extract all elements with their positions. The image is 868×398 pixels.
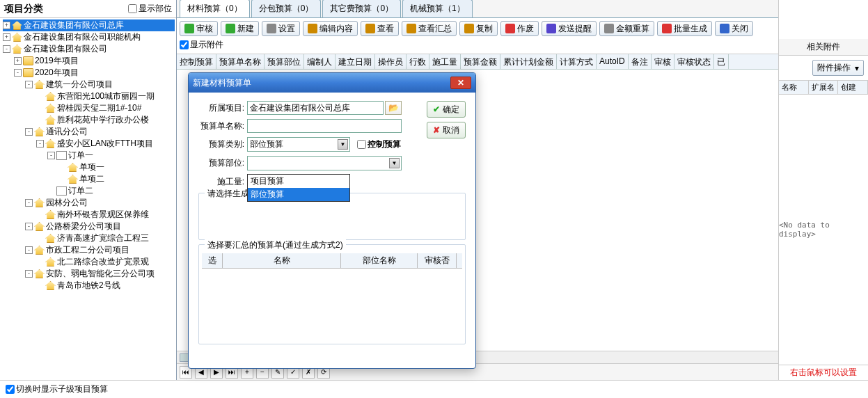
tab[interactable]: 材料预算（0） <box>180 0 250 17</box>
grid-col[interactable]: 审核状态 <box>674 54 714 69</box>
tree-toggle[interactable]: - <box>3 45 10 53</box>
grid-col[interactable]: 行数 <box>407 54 429 69</box>
grid-col[interactable]: 审核 <box>652 54 674 69</box>
control-budget-checkbox[interactable]: 控制预算 <box>357 138 403 150</box>
budget-type-select[interactable]: 部位预算▼ <box>247 137 350 152</box>
tree-node[interactable]: 单项二 <box>3 173 175 185</box>
tree-toggle[interactable]: - <box>25 128 33 136</box>
grid-col[interactable]: 预算部位 <box>265 54 304 69</box>
budget-type-dropdown[interactable]: 项目预算 部位预算 <box>247 174 350 202</box>
tree-toggle[interactable] <box>58 164 66 171</box>
tree-toggle[interactable]: - <box>36 140 44 148</box>
grid-col[interactable]: 预算金额 <box>461 54 500 69</box>
tab-bar: 材料预算（0）分包预算（0）其它费预算（0）机械预算（1） <box>177 0 778 18</box>
tree-toggle[interactable]: - <box>47 152 55 159</box>
grid-col[interactable]: 计算方式 <box>557 54 597 69</box>
tree-node[interactable]: -通讯分公司 <box>3 126 175 138</box>
tree-node[interactable]: 东营阳光100城市丽园一期 <box>3 90 175 102</box>
project-picker-button[interactable]: 📂 <box>385 101 402 115</box>
tree-toggle[interactable] <box>47 187 55 195</box>
tree-toggle[interactable]: - <box>25 270 33 278</box>
tree-toggle[interactable] <box>36 234 44 242</box>
tree-node[interactable]: +金石建设集团有限公司职能机构 <box>3 31 175 43</box>
tree-toggle[interactable] <box>36 116 44 124</box>
grid-col[interactable]: 预算单名称 <box>216 54 265 69</box>
tree-node[interactable]: -订单一 <box>3 150 175 161</box>
toolbar-编辑内容[interactable]: 编辑内容 <box>303 21 358 36</box>
tree-toggle[interactable] <box>36 93 44 100</box>
show-parts-checkbox[interactable]: 显示部位 <box>128 3 172 15</box>
grid-col[interactable]: 备注 <box>629 54 652 69</box>
tree-node[interactable]: -2020年项目 <box>3 67 175 79</box>
tree-toggle[interactable] <box>36 258 44 266</box>
tree-node[interactable]: -盛安小区LAN改FTTH项目 <box>3 138 175 150</box>
dialog-titlebar[interactable]: 新建材料预算单 ✕ <box>189 73 475 93</box>
tree-node[interactable]: 碧桂园天玺二期1#-10# <box>3 102 175 114</box>
tree-node[interactable]: 济青高速扩宽综合工程三 <box>3 232 175 244</box>
tree-node[interactable]: -金石建设集团有限公司 <box>3 43 175 55</box>
toolbar-关闭[interactable]: 关闭 <box>715 21 753 36</box>
tree-node[interactable]: -安防、弱电智能化三分公司项 <box>3 268 175 280</box>
tree-label: 园林分公司 <box>46 197 88 209</box>
tree-toggle[interactable]: - <box>25 223 33 230</box>
tree-toggle[interactable]: - <box>25 246 33 254</box>
tree-node[interactable]: +2019年项目 <box>3 55 175 67</box>
type-option-part[interactable]: 部位预算 <box>248 188 349 201</box>
toolbar-复制[interactable]: 复制 <box>459 21 498 36</box>
type-option-project[interactable]: 项目预算 <box>248 175 349 188</box>
tree-toggle[interactable]: - <box>14 69 22 77</box>
tree-label: 建筑一分公司项目 <box>46 79 113 90</box>
budget-part-select[interactable]: ▼ <box>247 156 402 170</box>
show-attachments-checkbox[interactable]: 显示附件 <box>180 39 223 51</box>
toolbar-查看[interactable]: 查看 <box>361 21 399 36</box>
grid-col[interactable]: 施工量 <box>429 54 461 69</box>
tab[interactable]: 分包预算（0） <box>251 0 322 17</box>
tree-node[interactable]: 单项一 <box>3 161 175 173</box>
tree-toggle[interactable] <box>36 282 44 289</box>
tab[interactable]: 其它费预算（0） <box>322 0 401 17</box>
toolbar-设置[interactable]: 设置 <box>262 21 300 36</box>
tree-toggle[interactable]: + <box>3 33 10 41</box>
tree-node[interactable]: 胜利花苑中学行政办公楼 <box>3 114 175 126</box>
tree-node[interactable]: -公路桥梁分公司项目 <box>3 221 175 232</box>
tree-node[interactable]: -市政工程二分公司项目 <box>3 244 175 256</box>
grid-col[interactable]: 编制人 <box>304 54 336 69</box>
tab[interactable]: 机械预算（1） <box>402 0 473 17</box>
toolbar-作废[interactable]: 作废 <box>500 21 539 36</box>
tree-node[interactable]: -园林分公司 <box>3 197 175 209</box>
tree-node[interactable]: -建筑一分公司项目 <box>3 79 175 90</box>
tree-toggle[interactable]: - <box>25 81 33 88</box>
tree-toggle[interactable] <box>36 104 44 112</box>
tree-toggle[interactable]: - <box>25 199 33 207</box>
show-child-budget-checkbox[interactable]: 切换时显示子级项目预算 <box>6 383 108 395</box>
grid-col[interactable]: 累计计划金额 <box>500 54 557 69</box>
tree-toggle[interactable] <box>58 175 66 183</box>
dialog-close-button[interactable]: ✕ <box>450 77 471 89</box>
tree-node[interactable]: 北二路综合改造扩宽景观 <box>3 256 175 268</box>
toolbar-查看汇总[interactable]: 查看汇总 <box>402 21 457 36</box>
toolbar-新建[interactable]: 新建 <box>221 21 259 36</box>
tree-label: 济青高速扩宽综合工程三 <box>57 232 149 244</box>
toolbar-审核[interactable]: 审核 <box>180 21 218 36</box>
grid-col[interactable]: 已 <box>714 54 729 69</box>
tree-toggle[interactable]: + <box>14 57 22 65</box>
cancel-button[interactable]: ✘取消 <box>427 122 466 138</box>
ok-button[interactable]: ✔确定 <box>427 101 466 118</box>
tree-toggle[interactable]: + <box>3 22 10 29</box>
budget-name-input[interactable] <box>247 119 402 133</box>
toolbar-金额重算[interactable]: 金额重算 <box>599 21 654 36</box>
tree-toggle[interactable] <box>36 211 44 218</box>
attachment-ops-button[interactable]: 附件操作▾ <box>812 60 864 76</box>
project-input[interactable] <box>247 101 384 115</box>
grid-col[interactable]: 控制预算 <box>177 54 216 69</box>
toolbar-批量生成[interactable]: 批量生成 <box>657 21 712 36</box>
toolbar-发送提醒[interactable]: 发送提醒 <box>542 21 597 36</box>
tree-node[interactable]: +金石建设集团有限公司总库 <box>3 19 175 31</box>
tree-node[interactable]: 南外环银杏景观区保养维 <box>3 209 175 221</box>
tree-node[interactable]: 订单二 <box>3 185 175 197</box>
grid-col[interactable]: 建立日期 <box>336 54 375 69</box>
grid-col[interactable]: 操作员 <box>375 54 407 69</box>
tree-node[interactable]: 青岛市地铁2号线 <box>3 280 175 292</box>
grid-col[interactable]: AutoID <box>597 54 629 69</box>
project-tree[interactable]: +金石建设集团有限公司总库+金石建设集团有限公司职能机构-金石建设集团有限公司+… <box>0 18 176 380</box>
